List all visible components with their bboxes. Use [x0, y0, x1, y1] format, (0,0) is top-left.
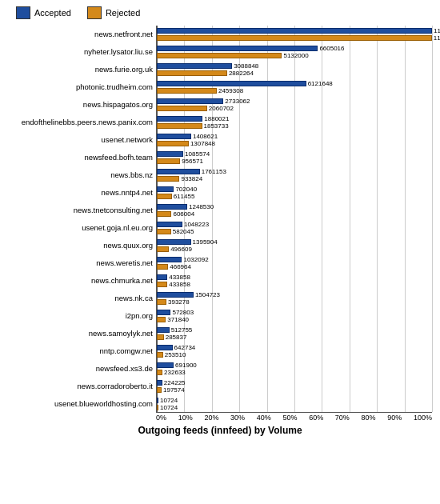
bar-rejected	[157, 370, 162, 375]
accepted-value: 1761153	[202, 168, 226, 175]
rejected-value: 2459308	[218, 87, 243, 94]
accepted-color-swatch	[16, 6, 30, 19]
x-axis-label: 60%	[309, 414, 323, 422]
y-axis-label: news.bbs.nz	[8, 166, 156, 184]
y-axis-label: news.nk.ca	[8, 290, 156, 307]
bar-rejected	[157, 141, 189, 146]
bar-group: 61216482459308	[157, 78, 432, 96]
bar-group: 642734253510	[157, 342, 432, 360]
y-axis-label: news.samoylyk.net	[8, 325, 156, 342]
bar-accepted	[157, 310, 170, 315]
bar-group: 18800211853733	[157, 114, 432, 131]
bar-rejected	[157, 211, 171, 217]
rejected-value: 371840	[167, 316, 189, 323]
y-axis-label: news.nntp4.net	[8, 184, 156, 202]
accepted-value: 1880021	[204, 115, 229, 122]
rejected-value: 433858	[169, 281, 190, 288]
bar-accepted	[157, 116, 202, 122]
accepted-value: 1408621	[193, 133, 218, 140]
bar-group: 1085574956571	[157, 149, 432, 166]
bar-group: 30888482882264	[157, 61, 432, 78]
bar-rejected	[157, 282, 167, 287]
bar-accepted	[157, 398, 158, 403]
rejected-value: 611455	[174, 193, 195, 200]
x-axis-label: 100%	[414, 414, 432, 422]
bar-accepted	[157, 28, 432, 34]
rejected-value: 2060702	[209, 105, 234, 112]
accepted-value: 3088848	[234, 62, 258, 70]
bar-rejected	[157, 194, 172, 199]
bar-group: 1248530606004	[157, 202, 432, 219]
bar-accepted	[157, 81, 306, 86]
bar-accepted	[157, 186, 174, 192]
bar-group: 224225197574	[157, 378, 432, 395]
x-axis-label: 40%	[257, 414, 271, 422]
rejected-color-swatch	[87, 6, 102, 19]
bar-rejected	[157, 123, 202, 129]
bar-rejected	[157, 158, 180, 164]
bar-rejected	[157, 317, 166, 322]
bar-accepted	[157, 169, 200, 174]
rejected-value: 933824	[181, 175, 202, 182]
bar-group: 1761153933824	[157, 166, 432, 184]
accepted-value: 10724	[160, 397, 178, 404]
y-axis-label: news.hispagatos.org	[8, 96, 156, 114]
y-axis-label: photonic.trudheim.com	[8, 78, 156, 96]
bar-accepted	[157, 46, 318, 51]
bar-group: 1032092466964	[157, 254, 432, 272]
accepted-value: 2733062	[225, 98, 250, 105]
bar-accepted	[157, 204, 187, 210]
rejected-value: 496609	[170, 246, 192, 253]
legend-accepted-label: Accepted	[34, 8, 71, 18]
accepted-value: 572803	[172, 309, 194, 316]
x-axis-label: 70%	[335, 414, 350, 422]
bar-rejected	[157, 106, 207, 111]
rejected-value: 253510	[165, 351, 186, 358]
accepted-value: 6605016	[319, 45, 344, 52]
bar-accepted	[157, 98, 223, 104]
chart-title: Outgoing feeds (innfeed) by Volume	[8, 425, 432, 436]
x-axis-label: 30%	[230, 414, 245, 422]
y-axis-label: news.weretis.net	[8, 254, 156, 272]
y-axis-label: newsfeed.xs3.de	[8, 360, 156, 378]
bar-group: 572803371840	[157, 307, 432, 325]
bar-accepted	[157, 222, 182, 227]
bar-accepted	[157, 327, 170, 333]
x-axis-label: 0%	[156, 414, 166, 422]
legend-rejected: Rejected	[87, 6, 140, 19]
bar-accepted	[157, 239, 191, 245]
bar-rejected	[157, 299, 166, 305]
accepted-value: 642734	[174, 344, 196, 351]
rejected-value: 582045	[173, 228, 194, 235]
accepted-value: 1032092	[183, 256, 208, 263]
bar-rejected	[157, 70, 227, 76]
accepted-value: 1504723	[195, 291, 220, 298]
accepted-value: 6121648	[308, 80, 333, 87]
legend: Accepted Rejected	[16, 6, 432, 19]
rejected-value: 1853733	[204, 122, 229, 130]
y-axis-label: i2pn.org	[8, 307, 156, 325]
rejected-value: 1307848	[190, 140, 215, 147]
bar-rejected	[157, 53, 282, 58]
y-axis-label: news.chmurka.net	[8, 272, 156, 290]
bar-group: 1072410724	[157, 395, 432, 413]
accepted-value: 11282575	[434, 27, 440, 34]
chart-container: Accepted Rejected news.netfront.netnyhet…	[0, 0, 440, 504]
accepted-value: 224225	[164, 379, 186, 386]
bar-rejected	[157, 405, 158, 410]
y-axis-label: usenet.blueworldhosting.com	[8, 395, 156, 413]
bar-rejected	[157, 387, 162, 393]
bar-accepted	[157, 362, 174, 368]
accepted-value: 1395904	[193, 238, 218, 246]
bar-group: 1504723393278	[157, 290, 432, 307]
y-axis-label: endofthelinebbs.peers.news.panix.com	[8, 114, 156, 131]
bar-accepted	[157, 134, 191, 139]
x-axis-label: 20%	[204, 414, 218, 422]
bar-group: 433858433858	[157, 272, 432, 290]
gridline	[432, 26, 433, 412]
rejected-value: 5132000	[283, 52, 308, 59]
bar-accepted	[157, 292, 194, 298]
bar-group: 66050165132000	[157, 43, 432, 61]
rejected-value: 10724	[160, 404, 178, 411]
accepted-value: 433858	[169, 274, 190, 281]
